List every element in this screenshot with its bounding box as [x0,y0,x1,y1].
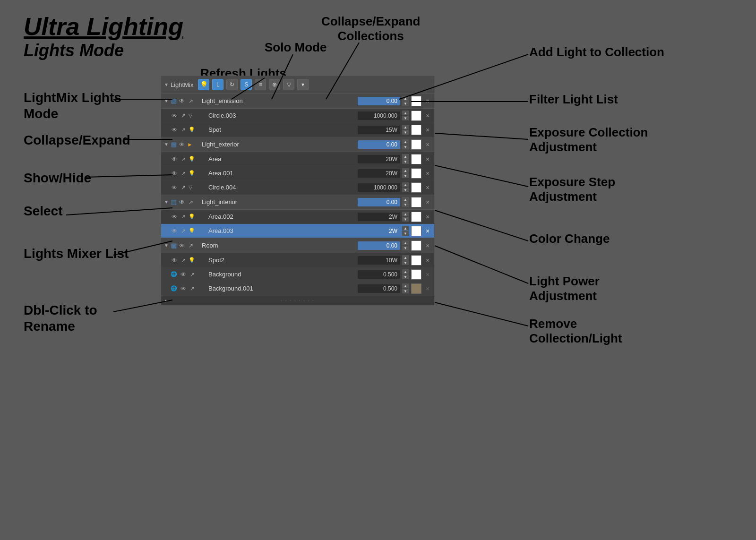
step-up[interactable]: ▲ [402,182,409,187]
light-row[interactable]: 👁 ↗ 💡 Spot 15W ▲ ▼ × [161,123,434,137]
color-swatch[interactable] [411,255,421,266]
step-up[interactable]: ▲ [402,212,409,216]
color-swatch[interactable] [411,283,421,294]
bg-row[interactable]: 🌐 👁 ↗ Background.001 0.500 ▲ ▼ × [161,282,434,296]
step-buttons[interactable]: ▲ ▼ [402,269,409,279]
step-down[interactable]: ▼ [402,274,409,279]
step-buttons[interactable]: ▲ ▼ [402,154,409,164]
bg-row[interactable]: 🌐 👁 ↗ Background 0.500 ▲ ▼ × [161,267,434,282]
step-buttons[interactable]: ▲ ▼ [402,240,409,250]
collection-row[interactable]: ▼ ▤ 👁 ↗ Light_emission 0.00 ▲ ▼ × [161,94,434,109]
svg-line-12 [435,165,528,187]
step-buttons[interactable]: ▲ ▼ [402,197,409,207]
step-down[interactable]: ▼ [402,130,409,135]
remove-btn[interactable]: × [424,126,431,134]
step-down[interactable]: ▼ [402,260,409,265]
l-btn[interactable]: L [212,79,223,90]
color-swatch[interactable] [411,125,421,135]
light-row[interactable]: 👁 ↗ 💡 Area 20W ▲ ▼ × [161,152,434,166]
step-buttons[interactable]: ▲ ▼ [402,139,409,149]
step-down[interactable]: ▼ [402,202,409,207]
row-value: 0.00 [358,198,400,206]
menu-btn[interactable]: ≡ [255,79,266,90]
light-row[interactable]: 👁 ↗ 💡 Spot2 10W ▲ ▼ × [161,253,434,267]
collection-row[interactable]: ▼ ▤ 👁 ↗ Room 0.00 ▲ ▼ × [161,238,434,253]
step-buttons[interactable]: ▲ ▼ [402,182,409,192]
color-swatch[interactable] [411,197,421,207]
play-icon[interactable]: ► [164,298,169,303]
remove-btn[interactable]: × [424,155,431,163]
step-up[interactable]: ▲ [402,283,409,288]
refresh-btn[interactable]: ↻ [226,79,238,90]
color-swatch[interactable] [411,212,421,222]
step-down[interactable]: ▼ [402,173,409,178]
step-up[interactable]: ▲ [402,197,409,202]
remove-btn[interactable]: × [424,242,431,249]
filter-btn[interactable]: ▽ [283,79,294,90]
lightbulb-btn[interactable]: 💡 [198,79,209,90]
color-swatch[interactable] [411,182,421,193]
step-buttons[interactable]: ▲ ▼ [402,111,409,120]
add-btn[interactable]: ⊕ [269,79,280,90]
step-buttons[interactable]: ▲ ▼ [402,212,409,222]
color-swatch[interactable] [411,96,421,106]
light-row[interactable]: 👁 ↗ 💡 Area.002 2W ▲ ▼ × [161,210,434,224]
step-down[interactable]: ▼ [402,246,409,250]
color-swatch[interactable] [411,154,421,164]
color-swatch[interactable] [411,168,421,179]
step-down[interactable]: ▼ [402,217,409,222]
step-buttons[interactable]: ▲ ▼ [402,168,409,178]
collapse-icon: ▼ [164,142,169,147]
row-controls: ▲ ▼ × [402,240,431,251]
collection-row[interactable]: ▼ ▤ 👁 ► Light_exterior 0.00 ▲ ▼ × [161,137,434,152]
color-swatch[interactable] [411,269,421,280]
step-down[interactable]: ▼ [402,101,409,106]
step-up[interactable]: ▲ [402,96,409,101]
remove-btn[interactable]: × [424,198,431,206]
light-row[interactable]: 👁 ↗ ▽ Circle.003 1000.000 ▲ ▼ × [161,109,434,123]
step-up[interactable]: ▲ [402,226,409,231]
step-buttons[interactable]: ▲ ▼ [402,283,409,293]
remove-btn[interactable]: × [424,227,431,235]
remove-btn[interactable]: × [424,285,431,292]
remove-btn[interactable]: × [424,213,431,221]
row-value: 0.500 [358,284,400,293]
remove-btn[interactable]: × [424,184,431,191]
remove-btn[interactable]: × [424,141,431,148]
light-row-selected[interactable]: 👁 ↗ 💡 Area.003 2W ▲ ▼ × [161,224,434,238]
refresh-icon: ↻ [230,81,234,88]
step-buttons[interactable]: ▲ ▼ [402,96,409,106]
color-swatch[interactable] [411,111,421,121]
color-swatch[interactable] [411,226,421,236]
collection-row[interactable]: ▼ ▤ 👁 ↗ Light_interior 0.00 ▲ ▼ × [161,195,434,210]
step-up[interactable]: ▲ [402,154,409,159]
step-down[interactable]: ▼ [402,145,409,149]
step-up[interactable]: ▲ [402,255,409,260]
light-row[interactable]: 👁 ↗ 💡 Area.001 20W ▲ ▼ × [161,166,434,180]
step-up[interactable]: ▲ [402,240,409,245]
s-btn[interactable]: S [241,79,252,90]
step-buttons[interactable]: ▲ ▼ [402,125,409,135]
color-swatch[interactable] [411,139,421,150]
step-up[interactable]: ▲ [402,125,409,129]
step-down[interactable]: ▼ [402,159,409,164]
color-swatch[interactable] [411,240,421,251]
remove-btn[interactable]: × [424,112,431,120]
light-row[interactable]: 👁 ↗ ▽ Circle.004 1000.000 ▲ ▼ × [161,180,434,195]
step-buttons[interactable]: ▲ ▼ [402,255,409,265]
step-down[interactable]: ▼ [402,116,409,120]
dropdown-btn[interactable]: ▾ [297,79,309,90]
step-down[interactable]: ▼ [402,289,409,293]
step-down[interactable]: ▼ [402,231,409,236]
remove-btn[interactable]: × [424,257,431,264]
remove-btn[interactable]: × [424,97,431,105]
step-up[interactable]: ▲ [402,269,409,274]
step-up[interactable]: ▲ [402,139,409,144]
step-buttons[interactable]: ▲ ▼ [402,226,409,236]
eye-icon: 👁 [178,199,186,206]
step-down[interactable]: ▼ [402,188,409,192]
step-up[interactable]: ▲ [402,111,409,115]
remove-btn[interactable]: × [424,170,431,177]
step-up[interactable]: ▲ [402,168,409,173]
remove-btn[interactable]: × [424,271,431,278]
